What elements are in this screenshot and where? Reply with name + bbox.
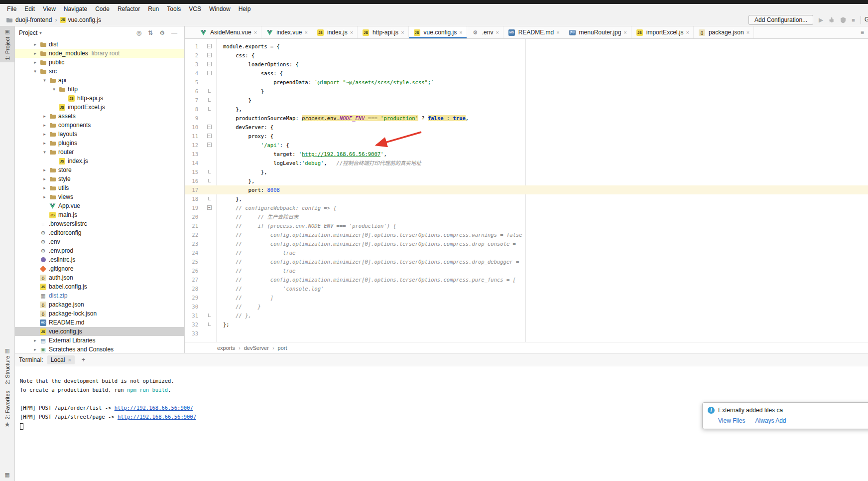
- code-line-31[interactable]: 31 // },: [185, 311, 868, 320]
- tool-button-structure[interactable]: ▥ 2: Structure: [0, 345, 14, 387]
- tree-item-gitignore[interactable]: .gitignore: [15, 264, 184, 273]
- chevron-right-icon[interactable]: ▸: [41, 183, 48, 192]
- tree-item-assets[interactable]: ▸assets: [15, 112, 184, 121]
- always-add-link[interactable]: Always Add: [755, 417, 786, 424]
- tree-item-components[interactable]: ▸components: [15, 121, 184, 130]
- tree-item-auth-json[interactable]: {}auth.json: [15, 273, 184, 282]
- code-line-3[interactable]: 3− loaderOptions: {: [185, 60, 868, 69]
- collapse-all-icon[interactable]: ⇅: [148, 29, 153, 36]
- tree-item-importexcel-js[interactable]: JSimportExcel.js: [15, 103, 184, 112]
- tree-item-layouts[interactable]: ▸layouts: [15, 130, 184, 139]
- code-line-14[interactable]: 14 logLevel:'debug', //控制台终端打印代理前的真实地址: [185, 159, 868, 167]
- tree-item-router[interactable]: ▾router: [15, 148, 184, 157]
- code-line-7[interactable]: 7 }: [185, 96, 868, 105]
- chevron-right-icon[interactable]: ▸: [41, 112, 48, 121]
- fold-marker-icon[interactable]: −: [207, 205, 212, 210]
- add-configuration-button[interactable]: Add Configuration...: [748, 15, 813, 25]
- breadcrumb-file[interactable]: vue.config.js: [68, 16, 101, 23]
- tree-item-dist[interactable]: ▸dist: [15, 40, 184, 49]
- chevron-right-icon[interactable]: ▸: [41, 174, 48, 183]
- fold-marker-icon[interactable]: −: [207, 62, 212, 66]
- view-files-link[interactable]: View Files: [718, 417, 745, 424]
- fold-end-marker-icon[interactable]: [208, 179, 211, 182]
- fold-marker-icon[interactable]: −: [207, 125, 212, 129]
- code-line-13[interactable]: 13 target: 'http://192.168.66.56:9007',: [185, 150, 868, 159]
- code-line-24[interactable]: 24 // true: [185, 248, 868, 257]
- chevron-down-icon[interactable]: ▾: [50, 85, 58, 94]
- tab-index-vue[interactable]: index.vue×: [261, 26, 312, 38]
- code-line-26[interactable]: 26 // true: [185, 266, 868, 275]
- stop-icon[interactable]: ■: [852, 17, 855, 23]
- tabs-list-icon[interactable]: ≡: [861, 29, 868, 36]
- code-line-33[interactable]: 33: [185, 329, 868, 338]
- run-icon[interactable]: ▶: [819, 16, 823, 23]
- close-tab-icon[interactable]: ×: [350, 29, 353, 35]
- tab-http-api-js[interactable]: JShttp-api.js×: [358, 26, 408, 38]
- tab-readme-md[interactable]: MDREADME.md×: [503, 26, 564, 38]
- chevron-right-icon[interactable]: ▸: [41, 139, 48, 148]
- tree-item-scratches-and-consoles[interactable]: ▸▣Scratches and Consoles: [15, 345, 184, 353]
- code-line-30[interactable]: 30 // }: [185, 302, 868, 311]
- chevron-right-icon[interactable]: ▸: [31, 336, 39, 345]
- menu-run[interactable]: Run: [144, 5, 163, 12]
- chevron-right-icon[interactable]: ▸: [31, 40, 39, 49]
- terminal-tab-local[interactable]: Local ×: [47, 355, 75, 364]
- gear-icon[interactable]: ⚙: [159, 29, 165, 36]
- close-tab-icon[interactable]: ×: [459, 29, 462, 35]
- tree-item-api[interactable]: ▾api: [15, 76, 184, 85]
- tab-package-json[interactable]: {}package.json×: [694, 26, 754, 38]
- tree-item-browserslistrc[interactable]: ≡.browserslistrc: [15, 219, 184, 228]
- chevron-right-icon[interactable]: ▸: [31, 49, 39, 58]
- code-line-6[interactable]: 6 }: [185, 87, 868, 96]
- chevron-down-icon[interactable]: ▾: [41, 76, 48, 85]
- close-icon[interactable]: ×: [68, 357, 71, 363]
- tree-item-env-prod[interactable]: ⚙.env.prod: [15, 246, 184, 255]
- fold-marker-icon[interactable]: −: [207, 53, 212, 57]
- code-line-27[interactable]: 27 // config.optimization.minimizer[0].o…: [185, 275, 868, 284]
- chevron-down-icon[interactable]: ▾: [39, 30, 42, 35]
- close-tab-icon[interactable]: ×: [305, 29, 308, 35]
- chevron-right-icon[interactable]: ▸: [41, 121, 48, 130]
- tree-item-main-js[interactable]: JSmain.js: [15, 210, 184, 219]
- tab-env[interactable]: ⚙.env×: [467, 26, 503, 38]
- chevron-right-icon[interactable]: ▸: [31, 58, 39, 67]
- tab-asidemenu-vue[interactable]: AsideMenu.vue×: [195, 26, 261, 38]
- code-line-15[interactable]: 15 },: [185, 167, 868, 176]
- breadcrumb-port[interactable]: port: [278, 345, 287, 351]
- menu-refactor[interactable]: Refactor: [114, 5, 144, 12]
- tree-item-node-modules[interactable]: ▸node_moduleslibrary root: [15, 49, 184, 58]
- code-line-5[interactable]: 5 prependData: `@import "~@/assets/scss/…: [185, 78, 868, 87]
- code-line-16[interactable]: 16 },: [185, 176, 868, 185]
- tree-item-public[interactable]: ▸public: [15, 58, 184, 67]
- code-line-28[interactable]: 28 // 'console.log': [185, 284, 868, 293]
- terminal-link[interactable]: http://192.168.66.56:9007: [118, 414, 196, 420]
- code-line-25[interactable]: 25 // config.optimization.minimizer[0].o…: [185, 257, 868, 266]
- tree-item-plugins[interactable]: ▸plugins: [15, 139, 184, 148]
- code-line-9[interactable]: 9 productionSourceMap: process.env.NODE_…: [185, 114, 868, 123]
- tree-item-src[interactable]: ▾src: [15, 67, 184, 76]
- tree-item-http[interactable]: ▾http: [15, 85, 184, 94]
- tool-button-favorites[interactable]: 2: Favorites ★: [0, 388, 14, 430]
- code-line-11[interactable]: 11− proxy: {: [185, 132, 868, 141]
- code-line-19[interactable]: 19− // configureWebpack: config => {: [185, 203, 868, 212]
- tree-item-utils[interactable]: ▸utils: [15, 183, 184, 192]
- tree-item-dist-zip[interactable]: ▦dist.zip: [15, 291, 184, 300]
- tab-menurouter-jpg[interactable]: menuRouter.jpg×: [564, 26, 631, 38]
- fold-marker-icon[interactable]: −: [207, 134, 212, 138]
- tree-item-views[interactable]: ▸views: [15, 192, 184, 201]
- menu-vcs[interactable]: VCS: [185, 5, 205, 12]
- tree-item-package-lock-json[interactable]: {}package-lock.json: [15, 309, 184, 318]
- code-line-23[interactable]: 23 // config.optimization.minimizer[0].o…: [185, 239, 868, 248]
- chevron-right-icon[interactable]: ▸: [31, 345, 39, 353]
- close-tab-icon[interactable]: ×: [496, 29, 498, 35]
- fold-end-marker-icon[interactable]: [208, 89, 211, 93]
- tree-item-vue-config-js[interactable]: JSvue.config.js: [15, 327, 184, 336]
- tree-item-store[interactable]: ▸store: [15, 165, 184, 174]
- terminal-link[interactable]: http://192.168.66.56:9007: [115, 405, 193, 411]
- close-tab-icon[interactable]: ×: [254, 29, 257, 35]
- fold-end-marker-icon[interactable]: [208, 314, 211, 317]
- code-line-20[interactable]: 20 // // 生产去除日志: [185, 212, 868, 221]
- menu-navigate[interactable]: Navigate: [60, 5, 91, 12]
- breadcrumb-exports[interactable]: exports: [217, 345, 235, 351]
- code-line-17[interactable]: 17 port: 8008: [185, 185, 868, 194]
